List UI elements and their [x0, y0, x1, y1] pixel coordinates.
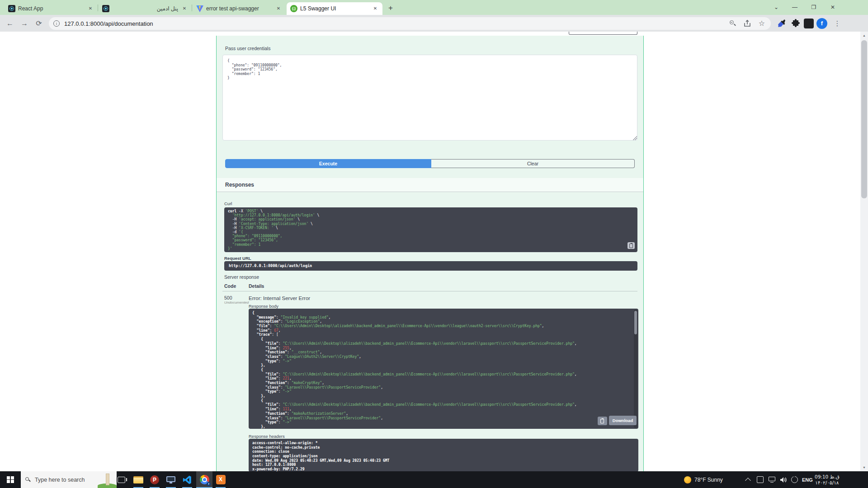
tray-time: 09:10 ق.ظ — [815, 474, 840, 479]
scrollbar-thumb[interactable] — [634, 311, 637, 334]
close-tab-icon[interactable]: ✕ — [372, 5, 379, 12]
color-picker-extension-icon[interactable] — [777, 18, 788, 29]
tab-title: L5 Swagger UI — [300, 5, 369, 12]
chevron-up-icon — [745, 478, 751, 483]
psiphon-icon: P — [150, 475, 159, 484]
extensions-puzzle-icon[interactable] — [790, 18, 801, 29]
browser-tab-bar: React App ✕ پنل ادمین ✕ error test api-s… — [0, 0, 868, 15]
tab-error-test[interactable]: error test api-swagger ✕ — [193, 2, 286, 15]
status-code: 500 — [224, 295, 232, 300]
back-icon[interactable]: ← — [4, 17, 16, 30]
request-body-textarea[interactable]: { "phone": "09110000000", "password": "1… — [222, 55, 637, 141]
tab-divider — [98, 5, 98, 11]
search-placeholder: Type here to search — [35, 477, 98, 483]
copy-icon[interactable] — [627, 242, 635, 249]
browser-menu-icon[interactable]: ⋮ — [832, 17, 843, 30]
weather-widget[interactable]: 78°F Sunny — [684, 471, 723, 488]
search-icon — [25, 477, 31, 483]
xampp-button[interactable]: X — [212, 471, 229, 488]
address-bar[interactable]: i 127.0.0.1:8000/api/documentation ☆ — [49, 17, 771, 30]
chrome-button-active[interactable]: f — [196, 471, 212, 488]
post-login-opblock: Pass user credentials { "phone": "091100… — [216, 36, 644, 471]
tab-admin-panel[interactable]: پنل ادمین ✕ — [99, 2, 192, 15]
react-icon — [102, 5, 109, 12]
profile-avatar[interactable]: f — [816, 18, 827, 29]
tray-overflow-button[interactable] — [746, 471, 750, 488]
url-text[interactable]: 127.0.0.1:8000/api/documentation — [64, 20, 723, 27]
tab-search-icon[interactable]: ⌄ — [767, 0, 785, 14]
page-scrollbar[interactable]: ▲ ▼ — [860, 32, 868, 471]
share-icon[interactable] — [743, 19, 752, 28]
close-tab-icon[interactable]: ✕ — [181, 5, 188, 12]
bookmark-icon[interactable]: ☆ — [757, 19, 766, 28]
details-column-header: Details — [249, 283, 264, 289]
language-indicator[interactable]: ENG — [802, 471, 813, 488]
request-url-value: http://127.0.0.1:8000/api/auth/login — [224, 261, 637, 271]
tab-title: React App — [18, 5, 84, 12]
execute-button[interactable]: Execute — [225, 159, 431, 168]
close-tab-icon[interactable]: ✕ — [87, 5, 94, 12]
pinned-extension-icon[interactable] — [804, 19, 814, 28]
response-body-box: { "message": "Invalid key supplied", "ex… — [249, 309, 638, 429]
response-headers-label: Response headers — [249, 434, 285, 439]
network-tray-icon[interactable] — [769, 471, 775, 488]
new-tab-button[interactable]: + — [385, 3, 396, 14]
vite-icon — [196, 5, 203, 12]
network-app-button[interactable] — [163, 471, 179, 488]
response-headers-box: access-control-allow-origin: *cache-cont… — [249, 439, 638, 471]
xampp-icon: X — [216, 475, 226, 484]
tab-l5-swagger-active[interactable]: {;} L5 Swagger UI ✕ — [287, 2, 382, 15]
execute-button-row: Execute Clear — [225, 159, 635, 168]
server-response-label: Server response — [224, 274, 259, 280]
scroll-up-icon[interactable]: ▲ — [860, 32, 868, 39]
start-button[interactable] — [0, 471, 21, 488]
response-body-scrollbar[interactable] — [634, 310, 637, 428]
browser-toolbar: ← → ⟳ i 127.0.0.1:8000/api/documentation… — [0, 15, 868, 32]
clear-button[interactable]: Clear — [431, 159, 635, 168]
chrome-profile-badge: f — [207, 482, 211, 486]
close-window-icon[interactable]: ✕ — [824, 0, 842, 14]
scroll-down-icon[interactable]: ▼ — [860, 464, 868, 471]
tab-title: error test api-swagger — [206, 5, 272, 12]
response-body-label: Response body — [249, 304, 278, 309]
tab-title: پنل ادمین — [112, 5, 178, 12]
file-explorer-button[interactable] — [130, 471, 146, 488]
response-body-json: { "message": "Invalid key supplied", "ex… — [252, 311, 635, 429]
table-divider — [222, 291, 637, 291]
cutoff-button-edge[interactable] — [569, 32, 637, 35]
request-url-label: Request URL — [224, 256, 251, 261]
sunny-weather-icon — [684, 476, 691, 483]
zoom-out-indicator-icon[interactable] — [728, 19, 737, 28]
volume-icon[interactable] — [779, 471, 788, 488]
tab-react-app[interactable]: React App ✕ — [5, 2, 98, 15]
restore-icon[interactable]: ❐ — [805, 0, 823, 14]
tray-app-icon[interactable] — [791, 471, 798, 488]
close-tab-icon[interactable]: ✕ — [275, 5, 282, 12]
responses-section-header: Responses — [217, 178, 643, 192]
swagger-page: Pass user credentials { "phone": "091100… — [0, 32, 868, 471]
textarea-resize-grip[interactable] — [633, 136, 637, 140]
curl-command-box: curl -X 'POST' \ 'http://127.0.0.1:8000/… — [224, 207, 637, 252]
forward-icon[interactable]: → — [18, 17, 31, 30]
tray-date: ۱۴۰۲/۰۵/۱۸ — [815, 480, 839, 485]
swagger-icon: {;} — [290, 5, 297, 12]
desktop: React App ✕ پنل ادمین ✕ error test api-s… — [0, 0, 868, 488]
scrollbar-thumb[interactable] — [861, 40, 867, 198]
download-button[interactable]: Download — [609, 416, 637, 425]
computer-icon — [166, 476, 175, 483]
code-column-header: Code — [224, 283, 236, 289]
site-info-icon[interactable]: i — [53, 20, 60, 27]
copy-icon[interactable] — [598, 417, 607, 425]
task-view-button[interactable] — [113, 471, 129, 488]
minimize-icon[interactable]: — — [786, 0, 804, 14]
windows-logo-icon — [7, 476, 14, 483]
vscode-icon — [182, 475, 192, 485]
clock[interactable]: 09:10 ق.ظ ۱۴۰۲/۰۵/۱۸ — [815, 471, 840, 488]
psiphon-button[interactable]: P — [146, 471, 163, 488]
reload-icon[interactable]: ⟳ — [33, 17, 45, 30]
taskbar-search[interactable]: Type here to search — [21, 471, 117, 488]
curl-label: Curl — [224, 201, 232, 206]
vscode-button[interactable] — [179, 471, 195, 488]
weather-text: 78°F Sunny — [694, 477, 723, 483]
react-icon — [8, 5, 15, 12]
